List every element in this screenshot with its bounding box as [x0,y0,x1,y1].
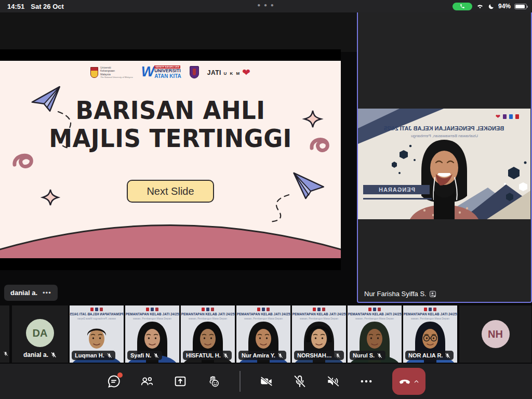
mic-off-icon [107,353,112,358]
spotlight-webcam: ❤ BENGKEL PENGENALAN KELAB JATI 24/25 Us… [358,109,530,219]
avatar: DA [26,319,54,347]
participant-name-row: danial a. [12,351,68,358]
banner-logo-row [403,308,457,311]
banner-logo-row [292,308,346,311]
mic-off-icon [335,353,341,358]
spotlight-video-tile[interactable]: ❤ BENGKEL PENGENALAN KELAB JATI 24/25 Us… [357,10,532,303]
participant-tile[interactable]: PEMANTAPAN KELAB JATI 24/25 wasan, Pemba… [181,305,235,363]
call-toolbar [0,364,532,399]
paper-plane-icon [288,173,325,202]
ukm-logo [433,308,436,311]
banner-title: PEMANTAPAN KELAB JATI 24/25 [348,312,402,316]
mic-off-icon [377,353,382,358]
chat-button[interactable] [107,374,121,389]
more-icon [359,374,374,389]
participant-name-pill: Nur Amira Y. [238,351,286,360]
stage-background [0,12,357,52]
participant-name: HISFATUL H. [186,352,221,358]
heart-icon: ❤ [496,114,500,119]
participant-name: Nur Amira Y. [242,352,275,358]
banner-logo-row [181,308,235,311]
role-label: PENGARAH [363,185,430,194]
next-slide-button: Next Slide [127,180,214,203]
spotlight-name-row: Nur Farisha Syiffa S. [364,290,436,298]
heart-icon [368,308,371,311]
college-crest-logo [206,308,209,311]
presenter-name-pill[interactable]: danial a. ••• [4,285,58,301]
participant-name-pill: HISFATUL H. [183,351,232,360]
participant-tile[interactable]: PEMANTAPAN KELAB JATI 24/25 wasan, Pemba… [236,305,290,363]
banner-title: PEMANTAPAN KELAB JATI 24/25 [403,312,457,316]
toolbar-divider [240,371,241,392]
participant-name: Luqman H. [75,352,104,358]
battery-icon [514,4,527,9]
banner-logo-row [70,308,124,311]
banner-title: BENGKEL PENGENALAN KELAB JATI 24/25 [358,125,530,131]
mic-off-icon [223,353,229,358]
reactions-button[interactable] [206,374,221,389]
camera-off-icon [259,374,274,389]
shared-slide: Universiti Kebangsaan Malaysia The Natio… [0,61,341,258]
participant-name: Nur Farisha Syiffa S. [364,290,427,298]
speaker-off-icon [326,374,340,389]
college-crest-logo [190,66,199,78]
participant-name-pill: NORSHAHA... [294,351,344,360]
participant-tile[interactable]: PEMANTAPAN KELAB JATI 24/25 wasan, Pemba… [292,305,346,363]
multitask-dots-icon[interactable]: ● ● ● [257,2,275,8]
college-crest-logo [317,308,321,311]
college-crest-logo [503,114,507,119]
camera-toggle-button[interactable] [259,374,274,389]
end-call-button[interactable] [392,368,425,395]
more-options-button[interactable] [359,374,374,389]
college-crest-logo [262,308,265,311]
pink-hill [0,225,341,259]
participant-name: NOR ALIA R. [408,352,443,358]
participant-tile-partial[interactable] [0,305,9,363]
more-icon[interactable]: ••• [43,289,51,297]
banner-title: PEMANTAPAN KELAB JATI 24/25 [125,312,179,316]
banner-title: PEMANTAPAN KELAB JATI 24/25 [236,312,290,316]
avatar-initials: DA [33,327,48,339]
participant-tile[interactable]: PEMANTAPAN KELAB JATI 24/25 wasan, Pemba… [403,305,457,363]
college-crest-logo [373,308,376,311]
screen-share-region[interactable]: Universiti Kebangsaan Malaysia The Natio… [0,49,341,270]
wifi-icon [476,3,484,9]
heart-icon [257,308,260,311]
participant-name-pill: NOR ALIA R. [405,351,454,360]
ukm-logo: Universiti Kebangsaan Malaysia The Natio… [90,66,133,78]
participants-button[interactable] [140,374,154,389]
ukm-shield-icon [90,67,98,78]
heart-icon [90,308,94,311]
mic-off-icon [50,352,57,358]
participants-icon [140,374,154,389]
mic-off-icon [277,353,283,358]
college-crest-logo [429,308,432,311]
participant-tile[interactable]: DA danial a. [12,305,68,363]
ukm-logo [378,308,381,311]
active-call-pill-icon[interactable] [453,3,472,10]
speaker-toggle-button[interactable] [326,374,340,389]
banner-subtitle: Usahawan Berwawasan, Pembangu [358,134,530,138]
share-screen-button[interactable] [173,374,188,389]
heart-icon [146,308,149,311]
college-crest-logo [151,308,154,311]
share-screen-icon [173,374,188,389]
avatar-initials: NH [488,328,503,340]
mic-off-icon [153,353,159,358]
date: Sat 26 Oct [31,3,64,10]
slide-logo-row: Universiti Kebangsaan Malaysia The Natio… [0,65,341,79]
participant-tile[interactable]: NH [459,305,531,363]
banner-logo-row [348,308,402,311]
participant-name-pill: Nurul S. [350,351,385,360]
participant-name: NORSHAHA... [297,352,333,358]
heart-icon: ❤ [242,68,250,77]
banner-logo-row [125,308,179,311]
chevron-up-icon [414,379,419,384]
mic-toggle-button[interactable] [292,374,307,389]
participant-tile[interactable]: PEMANTAPAN KELAB JATI 24/25 wasan, Pemba… [125,305,179,363]
participant-tile[interactable]: PEMANTAPAN KELAB JATI 24/25 wasan, Pemba… [70,305,124,363]
slide-title: BARISAN AHLI MAJLIS TERTINGGI [0,97,341,153]
participant-tile[interactable]: PEMANTAPAN KELAB JATI 24/25 wasan, Pemba… [348,305,402,363]
battery-percent: 94% [498,3,511,10]
heart-icon [424,308,427,311]
